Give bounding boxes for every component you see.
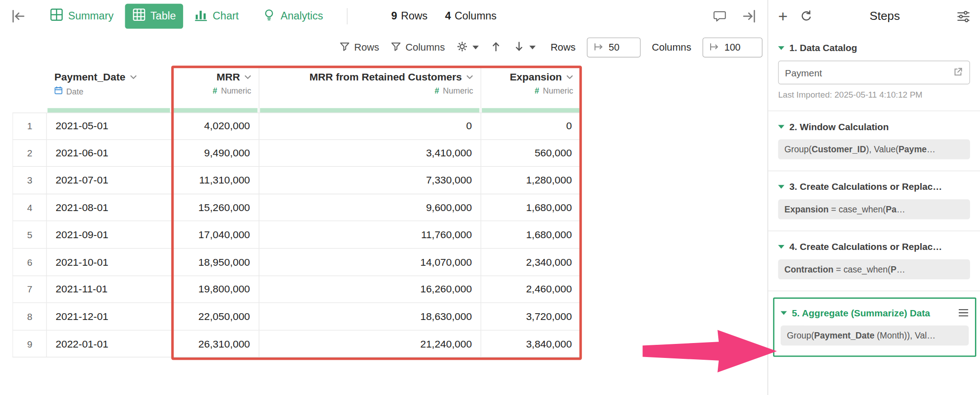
header-underline [173,108,258,113]
cell-mrr[interactable]: 17,040,000 [172,221,259,249]
cell-mrr-retained[interactable]: 21,240,000 [259,330,481,357]
column-header-payment-date[interactable]: Payment_Date Date [47,66,172,113]
numeric-hash-icon: # [434,86,439,96]
collapse-triangle-icon [778,185,784,188]
tab-label: Chart [213,10,239,23]
step-3-create-calculation: 3. Create Calculations or Replac… Expans… [768,171,980,230]
collapse-left-icon[interactable] [10,9,26,23]
upload-button[interactable] [490,40,502,55]
cell-payment-date[interactable]: 2021-08-01 [47,194,172,221]
columns-limit-input[interactable]: 100 [702,38,763,57]
cell-mrr[interactable]: 18,950,000 [172,249,259,276]
toolbar-divider [347,8,347,24]
cell-mrr-retained[interactable]: 14,070,000 [259,249,481,276]
steps-settings-icon[interactable] [957,10,970,22]
step-title: 5. Aggregate (Summarize) Data [792,307,930,318]
row-number: 3 [13,167,47,194]
step-summary-pill[interactable]: Group(Customer_ID), Value(Payme… [778,139,970,159]
cell-mrr[interactable]: 9,490,000 [172,140,259,167]
cell-expansion[interactable]: 2,340,000 [481,249,581,276]
cell-mrr-retained[interactable]: 16,260,000 [259,276,481,303]
row-number: 8 [13,303,47,330]
cell-expansion[interactable]: 560,000 [481,140,581,167]
cell-expansion[interactable]: 1,280,000 [481,167,581,194]
cell-expansion[interactable]: 0 [481,113,581,140]
cell-mrr-retained[interactable]: 0 [259,113,481,140]
cell-expansion[interactable]: 3,840,000 [481,330,581,357]
dimension-counts: 9Rows 4Columns [391,10,497,23]
lightbulb-icon [263,8,276,24]
cell-payment-date[interactable]: 2021-05-01 [47,113,172,140]
column-count: 4Columns [445,10,496,23]
cell-mrr-retained[interactable]: 7,330,000 [259,167,481,194]
data-source-field[interactable]: Payment [778,61,970,85]
step-summary-pill[interactable]: Expansion = case_when(Pa… [778,199,970,219]
cell-mrr-retained[interactable]: 11,760,000 [259,221,481,249]
cell-expansion[interactable]: 2,460,000 [481,276,581,303]
cell-mrr-retained[interactable]: 3,410,000 [259,140,481,167]
cell-mrr[interactable]: 26,310,000 [172,330,259,357]
step-header[interactable]: 1. Data Catalog [778,42,970,53]
filter-columns-button[interactable]: Columns [391,41,445,54]
cell-mrr[interactable]: 15,260,000 [172,194,259,221]
column-name: MRR [217,71,240,83]
cell-payment-date[interactable]: 2021-12-01 [47,303,172,330]
column-name: Payment_Date [54,71,125,83]
cell-mrr[interactable]: 19,800,000 [172,276,259,303]
tab-analytics[interactable]: Analytics [255,4,330,28]
table-row: 42021-08-0115,260,0009,600,0001,680,000 [13,194,581,221]
step-5-aggregate-selected[interactable]: 5. Aggregate (Summarize) Data Group(Paym… [773,297,976,357]
tab-summary[interactable]: Summary [42,4,121,28]
column-type: Numeric [543,86,573,96]
cell-mrr[interactable]: 22,050,000 [172,303,259,330]
tab-label: Table [151,10,176,23]
cell-payment-date[interactable]: 2021-07-01 [47,167,172,194]
tab-table[interactable]: Table [125,4,183,28]
cell-payment-date[interactable]: 2021-06-01 [47,140,172,167]
cell-mrr[interactable]: 4,020,000 [172,113,259,140]
chevron-down-icon [472,46,479,49]
column-header-mrr[interactable]: MRR # Numeric [172,66,259,113]
step-header[interactable]: 5. Aggregate (Summarize) Data [781,307,969,318]
drag-handle-icon[interactable] [958,309,969,317]
filter-rows-button[interactable]: Rows [339,41,379,54]
rows-limit-input[interactable]: 50 [587,38,641,57]
bar-chart-icon [195,8,208,24]
cell-mrr-retained[interactable]: 18,630,000 [259,303,481,330]
table-body: 12021-05-014,020,0000022021-06-019,490,0… [13,113,581,357]
cell-mrr[interactable]: 11,310,000 [172,167,259,194]
step-header[interactable]: 2. Window Calculation [778,121,970,132]
steps-panel: + Steps 1. Data Catalog Payment Last Imp… [768,0,980,395]
step-2-window-calculation: 2. Window Calculation Group(Customer_ID)… [768,111,980,170]
table-grid-icon [132,8,146,24]
table-settings-button[interactable] [456,40,479,55]
comment-icon[interactable] [713,10,726,23]
download-button[interactable] [513,40,536,55]
table-header: Payment_Date Date MRR [13,66,581,113]
tab-label: Summary [68,10,114,23]
column-header-mrr-retained[interactable]: MRR from Retained Customers # Numeric [259,66,481,113]
column-type: Numeric [221,86,251,96]
tab-chart[interactable]: Chart [187,4,246,28]
step-header[interactable]: 4. Create Calculations or Replac… [778,241,970,252]
refresh-icon[interactable] [800,10,813,23]
data-table: Payment_Date Date MRR [13,66,581,358]
cell-mrr-retained[interactable]: 9,600,000 [259,194,481,221]
step-summary-pill[interactable]: Group(Payment_Date (Month)), Val… [781,325,969,345]
cell-expansion[interactable]: 3,720,000 [481,303,581,330]
cell-payment-date[interactable]: 2021-10-01 [47,249,172,276]
external-link-icon[interactable] [953,66,963,78]
cell-payment-date[interactable]: 2022-01-01 [47,330,172,357]
cell-expansion[interactable]: 1,680,000 [481,221,581,249]
step-summary-pill[interactable]: Contraction = case_when(P… [778,259,970,279]
table-row: 22021-06-019,490,0003,410,000560,000 [13,140,581,167]
header-underline [260,108,479,113]
collapse-triangle-icon [781,311,787,315]
step-header[interactable]: 3. Create Calculations or Replac… [778,181,970,192]
cell-payment-date[interactable]: 2021-11-01 [47,276,172,303]
expand-right-icon[interactable] [741,9,758,23]
cell-payment-date[interactable]: 2021-09-01 [47,221,172,249]
add-step-button[interactable]: + [778,8,787,24]
column-header-expansion[interactable]: Expansion # Numeric [481,66,581,113]
cell-expansion[interactable]: 1,680,000 [481,194,581,221]
